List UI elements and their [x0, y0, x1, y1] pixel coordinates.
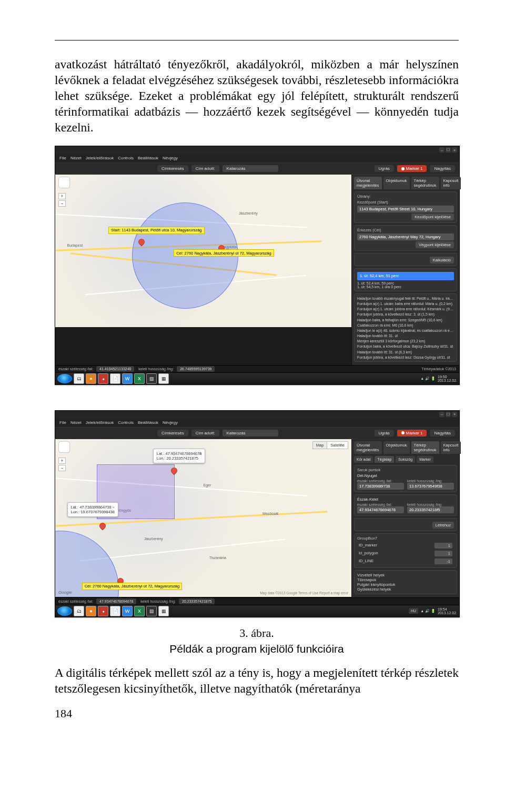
sw-lat-input[interactable]: 17.73839986f738 — [357, 483, 404, 490]
tab-objects[interactable]: Objektumok — [383, 177, 410, 189]
id-line-value[interactable]: -1 — [435, 559, 452, 564]
pick-start-button[interactable]: Kezdőpont kijelölése — [411, 214, 454, 220]
maptype-map[interactable]: Map — [312, 441, 328, 449]
tab-linked[interactable]: Kapcsolt infó — [441, 177, 461, 189]
zoom-out-button[interactable]: − — [58, 465, 66, 471]
task-excel-icon[interactable]: X — [134, 373, 145, 384]
task-pdf-icon[interactable]: ⬥ — [98, 373, 108, 384]
subtab-rect[interactable]: Téglalap — [375, 456, 394, 463]
id-polygon-value[interactable]: 1 — [435, 551, 452, 556]
task-other-icon[interactable]: ▦ — [158, 606, 169, 616]
task-app-icon[interactable]: ▧ — [146, 606, 157, 616]
tab-route[interactable]: Útvonal megjelenítés — [354, 441, 382, 454]
menu-settings[interactable]: Beállítások — [138, 156, 158, 160]
menu-file[interactable]: File — [59, 420, 66, 425]
menu-about[interactable]: Névjegy — [163, 156, 178, 160]
create-button[interactable]: Létrehoz — [432, 522, 454, 529]
sw-heading: Dél‑Nyugat — [357, 473, 454, 478]
sw-marker-icon[interactable] — [98, 521, 107, 530]
menu-file[interactable]: File — [59, 156, 66, 160]
zoom-out-button[interactable]: − — [58, 200, 66, 207]
id-marker-value[interactable]: 1 — [435, 543, 452, 549]
task-libre-icon[interactable]: 📄 — [110, 606, 120, 616]
zoom-in-button[interactable]: + — [58, 193, 66, 199]
map-canvas[interactable]: Map Satellite + − Eger Gyöngyös Mezőcsát… — [55, 439, 351, 597]
sw-lng-input[interactable]: 13.6737679549f38 — [407, 483, 454, 490]
status-lat-label: északi szélesség /lat: — [58, 600, 93, 603]
jump-button[interactable]: Ugrás — [375, 430, 394, 437]
layer-item[interactable]: Tűzcsapok — [357, 577, 454, 582]
task-other-icon[interactable]: ▦ — [158, 373, 169, 384]
marker-button[interactable]: Marker 1 — [397, 430, 427, 437]
subtab-marker[interactable]: Marker — [417, 456, 433, 463]
menu-view[interactable]: Nézet — [70, 156, 82, 160]
task-explorer-icon[interactable]: 🗂 — [74, 606, 84, 616]
menu-settings[interactable]: Beállítások — [138, 420, 158, 425]
ne-lat-input[interactable]: 47.93474678694678 — [357, 506, 404, 513]
layer-item[interactable]: Polgári irányítópontok — [357, 582, 454, 587]
address-search-input[interactable]: Katarozás — [223, 165, 278, 172]
tray-icons[interactable]: ▲ 🔊 🔋 — [420, 609, 436, 613]
menu-signs[interactable]: Jelek/előírások — [86, 156, 114, 160]
tab-helpers[interactable]: Térkép segédrutinok — [411, 177, 439, 189]
pick-end-button[interactable]: Végpont kijelölése — [416, 241, 454, 248]
address-search-input[interactable]: Katarozás — [223, 430, 278, 437]
minimize-button[interactable]: – — [439, 147, 445, 153]
task-chrome-icon[interactable]: ● — [86, 373, 96, 384]
menu-signs[interactable]: Jelek/előírások — [86, 420, 114, 425]
menu-controls[interactable]: Controls — [118, 156, 134, 160]
zoom-in-button[interactable]: + — [58, 458, 66, 464]
end-input[interactable]: 2760 Nagykáta, Jászberényi Way 72, Hunga… — [357, 234, 454, 240]
task-word-icon[interactable]: W — [122, 373, 133, 384]
language-indicator[interactable]: HU — [409, 608, 418, 614]
sw-lng-label: keleti hosszúság /lng: — [407, 479, 454, 483]
maximize-button[interactable]: ☐ — [446, 147, 451, 153]
zoom-label: Nagyítás — [430, 165, 455, 172]
direction-step: Haladjon balra, a felhajtón erre: Szeged… — [357, 318, 454, 323]
start-heading: Kezdőpont (Start) — [357, 200, 454, 205]
task-word-icon[interactable]: W — [122, 606, 133, 616]
ne-marker-icon[interactable] — [169, 466, 178, 475]
tab-linked[interactable]: Kapcsolt infó — [441, 441, 461, 454]
maximize-button[interactable]: ☐ — [446, 412, 451, 417]
tab-objects[interactable]: Objektumok — [383, 441, 410, 454]
map-canvas[interactable]: + − Budapest Nagykáta Jászberény Start: … — [55, 175, 351, 327]
close-button[interactable]: × — [452, 412, 457, 417]
start-orb[interactable] — [57, 606, 72, 616]
menu-controls[interactable]: Controls — [118, 420, 134, 425]
tab-route[interactable]: Útvonal megjelenítés — [354, 177, 382, 189]
close-icon[interactable]: × — [113, 505, 115, 510]
streetview-icon[interactable] — [58, 441, 70, 453]
tab-helpers[interactable]: Térkép segédrutinok — [411, 441, 439, 454]
subtab-circle[interactable]: Kör adat — [354, 456, 373, 463]
start-orb[interactable] — [57, 374, 72, 383]
task-pdf-icon[interactable]: ⬥ — [98, 606, 108, 616]
jump-button[interactable]: Ugrás — [375, 165, 394, 172]
start-marker-icon[interactable] — [137, 238, 146, 247]
end-label: Cél: 2760 Nagykáta, Jászberényi út 72, M… — [174, 249, 274, 257]
task-libre-icon[interactable]: 📄 — [110, 373, 120, 384]
selected-route[interactable]: 1. út: 52,4 km, 51 perc — [357, 272, 454, 280]
groupbox-heading: GroupBox7 — [357, 536, 454, 541]
minimize-button[interactable]: – — [439, 412, 445, 417]
subtab-polygon[interactable]: Sokszög — [396, 456, 415, 463]
task-app-icon[interactable]: ▧ — [146, 373, 157, 384]
task-chrome-icon[interactable]: ● — [86, 606, 96, 616]
menu-about[interactable]: Névjegy — [163, 420, 178, 425]
menu-view[interactable]: Nézet — [70, 420, 82, 425]
maptype-satellite[interactable]: Satellite — [327, 441, 348, 449]
direction-step: Haladjon tovább itt: 31. út (6,3 km) — [357, 350, 454, 355]
task-explorer-icon[interactable]: 🗂 — [74, 373, 84, 384]
close-button[interactable]: × — [452, 147, 457, 153]
start-input[interactable]: 1143 Budapest, Petőfi Street 10, Hungary — [357, 206, 454, 212]
ne-lng-input[interactable]: 20.2333574218f5 — [407, 506, 454, 513]
streetview-icon[interactable] — [58, 177, 70, 188]
layer-item[interactable]: Gyülekezési helyek — [357, 587, 454, 592]
tray-icons[interactable]: ▲ 🔊 🔋 — [420, 377, 436, 381]
calculate-button[interactable]: Kalkuláció — [430, 257, 454, 263]
marker-button[interactable]: Marker 1 — [397, 165, 427, 172]
task-excel-icon[interactable]: X — [134, 606, 145, 616]
direction-step: Csatlakozzon rá erre: M0 (10,6 km) — [357, 323, 454, 328]
directions-list[interactable]: Haladjon tovább északnyugat felé itt: Pe… — [354, 293, 457, 362]
layer-item[interactable]: Vízvételi helyek — [357, 573, 454, 577]
